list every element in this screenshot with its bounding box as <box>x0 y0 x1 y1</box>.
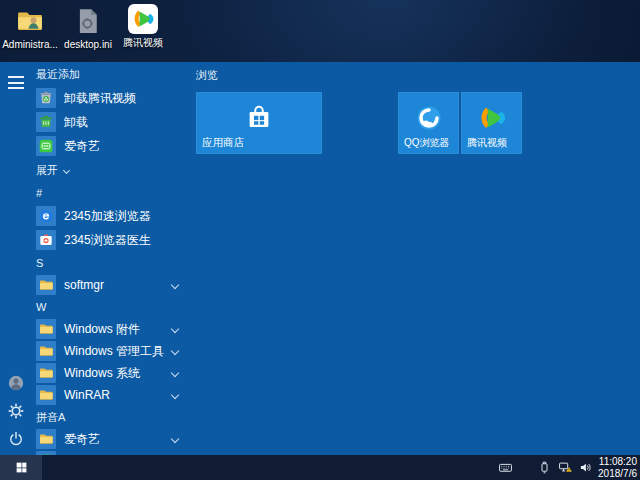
desktop-icon-tencent-video[interactable]: 腾讯视频 <box>118 4 168 50</box>
taskbar-clock[interactable]: 11:08:20 2018/7/6 <box>598 456 637 479</box>
app-item-windows-system[interactable]: Windows 系统 <box>36 362 186 384</box>
desktop-icon-area: Administra... desktop.ini 腾讯视频 <box>2 4 168 50</box>
iqiyi-icon <box>36 136 56 156</box>
app-list: 最近添加 卸载腾讯视频 卸载 爱奇艺 展开 # 2345加 <box>36 62 186 455</box>
start-button[interactable] <box>0 455 42 480</box>
chevron-down-icon <box>63 166 70 173</box>
desktop-icon-label: Administra... <box>2 39 58 50</box>
power-button[interactable] <box>7 430 25 448</box>
chevron-down-icon <box>171 281 179 289</box>
store-icon <box>244 103 274 133</box>
start-menu: 最近添加 卸载腾讯视频 卸载 爱奇艺 展开 # 2345加 <box>0 62 640 455</box>
section-header-s[interactable]: S <box>36 252 186 274</box>
ini-file-icon <box>73 6 103 36</box>
chevron-down-icon <box>171 347 179 355</box>
tencent-video-icon <box>477 103 507 133</box>
clock-time: 11:08:20 <box>598 456 637 468</box>
start-menu-rail <box>0 62 32 455</box>
chevron-down-icon <box>171 435 179 443</box>
settings-button[interactable] <box>7 402 25 420</box>
app-item-windows-admin-tools[interactable]: Windows 管理工具 <box>36 340 186 362</box>
desktop-icon-label: 腾讯视频 <box>123 37 163 48</box>
section-header-pinyin-a[interactable]: 拼音A <box>36 406 186 428</box>
app-item-uninstall-tencent-video[interactable]: 卸载腾讯视频 <box>36 86 186 110</box>
desktop-icon-desktop-ini[interactable]: desktop.ini <box>58 4 118 50</box>
clock-date: 2018/7/6 <box>598 468 637 480</box>
tile-tencent-video[interactable]: 腾讯视频 <box>461 92 522 154</box>
tile-app-store[interactable]: 应用商店 <box>196 92 322 154</box>
uninstall-icon <box>36 112 56 132</box>
folder-icon <box>36 341 56 361</box>
folder-icon <box>36 275 56 295</box>
2345-browser-icon <box>36 206 56 226</box>
section-header-hash[interactable]: # <box>36 182 186 204</box>
expand-row: 展开 <box>36 158 186 182</box>
tencent-video-icon <box>128 4 158 34</box>
user-account-button[interactable] <box>7 374 25 392</box>
menu-hamburger-button[interactable] <box>8 76 24 89</box>
uninstall-tencent-video-icon <box>36 88 56 108</box>
desktop-icon-label: desktop.ini <box>64 39 112 50</box>
tile-group-label[interactable]: 浏览 <box>196 68 218 83</box>
windows-logo-icon <box>15 461 28 474</box>
screen: Administra... desktop.ini 腾讯视频 最近添加 <box>0 0 640 480</box>
app-item-iqiyi-folder[interactable]: 爱奇艺 <box>36 428 186 450</box>
app-item-winrar[interactable]: WinRAR <box>36 384 186 406</box>
system-tray <box>492 455 594 480</box>
usb-device-icon[interactable] <box>537 460 552 475</box>
app-item-2345-doctor[interactable]: 2345浏览器医生 <box>36 228 186 252</box>
folder-icon <box>36 429 56 449</box>
folder-icon <box>36 363 56 383</box>
volume-icon[interactable] <box>579 460 594 475</box>
chevron-down-icon <box>171 369 179 377</box>
section-header-w[interactable]: W <box>36 296 186 318</box>
expand-button[interactable]: 展开 <box>36 163 69 178</box>
app-item-iqiyi-recent[interactable]: 爱奇艺 <box>36 134 186 158</box>
folder-icon <box>36 385 56 405</box>
recent-header: 最近添加 <box>36 62 186 86</box>
2345-doctor-icon <box>36 230 56 250</box>
app-item-windows-accessories[interactable]: Windows 附件 <box>36 318 186 340</box>
user-folder-icon <box>15 6 45 36</box>
app-item-2345-browser[interactable]: 2345加速浏览器 <box>36 204 186 228</box>
qq-browser-icon <box>414 103 444 133</box>
chevron-down-icon <box>171 391 179 399</box>
touch-keyboard-icon[interactable] <box>498 460 513 475</box>
desktop-icon-administrator[interactable]: Administra... <box>2 4 58 50</box>
chevron-down-icon <box>171 325 179 333</box>
network-warning-icon[interactable] <box>558 460 573 475</box>
app-item-uninstall[interactable]: 卸载 <box>36 110 186 134</box>
taskbar: 11:08:20 2018/7/6 <box>0 455 640 480</box>
folder-icon <box>36 319 56 339</box>
tile-qq-browser[interactable]: QQ浏览器 <box>398 92 459 154</box>
app-item-softmgr[interactable]: softmgr <box>36 274 186 296</box>
